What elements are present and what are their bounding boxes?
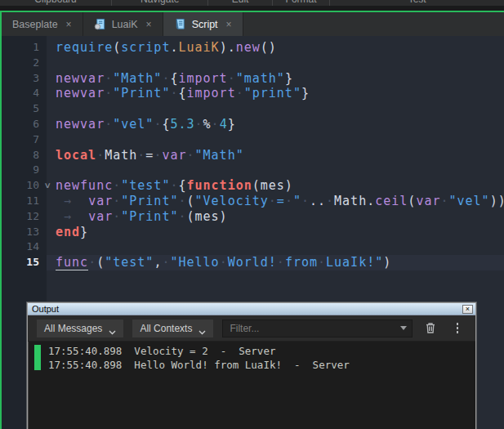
dropdown-all-messages[interactable]: All Messages	[37, 320, 123, 337]
code-line-2: 2	[2, 56, 504, 71]
document-tab-bar: Baseplate×LuaiK×Script×	[2, 12, 504, 36]
code-line-13: 13end}	[2, 225, 504, 240]
line-number: 15	[2, 255, 47, 270]
kebab-menu-icon	[457, 323, 459, 333]
code-text: func·("test",·"Hello·World!·from·LuaIk!"…	[47, 255, 504, 270]
code-line-11: 11 → var·"Print"·("Velocity·=·"·..·Math.…	[2, 194, 504, 209]
code-text: newvar·"Math"·{import·"math"}	[47, 71, 504, 87]
line-number: 6	[2, 117, 47, 132]
line-number: 14	[2, 239, 47, 255]
line-number: 1	[2, 40, 47, 56]
output-options-button[interactable]	[448, 320, 466, 337]
tab-label: LuaiK	[112, 19, 138, 30]
line-number: 8	[2, 148, 47, 163]
dropdown-all-contexts[interactable]: All Contexts	[132, 320, 213, 337]
ribbon-group-label: Test	[330, 0, 504, 5]
filter-input[interactable]	[228, 322, 395, 335]
code-text	[47, 101, 504, 117]
ribbon-group-test: Test	[330, 0, 504, 6]
tab-script[interactable]: Script×	[163, 12, 243, 36]
ribbon-group-edit: Edit	[208, 0, 273, 6]
line-number: 13	[2, 225, 47, 240]
line-number: 5	[2, 101, 47, 117]
line-number: 10∨	[2, 178, 47, 194]
ribbon-group-label: Clipboard	[0, 0, 111, 5]
log-entry: 17:55:40.898 Velocity = 2 - Server	[48, 344, 350, 358]
code-lines: 1require(script.LuaiK).new()23newvar·"Ma…	[2, 40, 504, 270]
tab-label: Baseplate	[12, 19, 58, 30]
code-text: newvar·"Print"·{import·"print"}	[47, 86, 504, 101]
trash-icon	[425, 322, 436, 334]
script-icon	[174, 18, 186, 30]
code-text: → var·"Print"·(mes)	[47, 209, 504, 225]
module-script-icon	[94, 18, 106, 30]
ribbon-group-label: Edit	[208, 0, 272, 5]
code-line-5: 5	[2, 101, 504, 117]
ribbon-group-navigate: Navigate	[112, 0, 208, 6]
tab-close-icon[interactable]: ×	[146, 20, 152, 29]
output-title: Output	[32, 303, 462, 315]
tab-baseplate[interactable]: Baseplate×	[2, 12, 83, 36]
code-line-9: 9	[2, 163, 504, 178]
code-text	[47, 239, 504, 255]
clear-output-button[interactable]	[421, 320, 439, 337]
line-number: 4	[2, 86, 47, 101]
code-line-6: 6newvar·"vel"·{5.3·%·4}	[2, 117, 504, 132]
code-line-10: 10∨newfunc·"test"·{function(mes)	[2, 178, 504, 194]
line-number: 7	[2, 132, 47, 148]
studio-window: ClipboardNavigateEditFormatTest Baseplat…	[0, 0, 504, 429]
output-toolbar: All MessagesAll Contexts	[28, 315, 475, 342]
line-number: 11	[2, 194, 47, 209]
tab-close-icon[interactable]: ×	[66, 20, 72, 29]
tab-label: Script	[192, 19, 218, 30]
code-text: local·Math·=·var·"Math"	[47, 148, 504, 163]
ribbon-group-clipboard: Clipboard	[0, 0, 112, 6]
output-log-area[interactable]: 17:55:40.898 Velocity = 2 - Server17:55:…	[28, 342, 475, 429]
line-number: 2	[2, 56, 47, 71]
code-line-1: 1require(script.LuaiK).new()	[2, 40, 504, 56]
code-text: require(script.LuaiK).new()	[47, 40, 504, 56]
chevron-down-icon	[198, 326, 206, 331]
code-text	[47, 163, 504, 178]
ribbon-group-label: Navigate	[112, 0, 207, 5]
output-titlebar[interactable]: Output ×	[28, 303, 475, 315]
ribbon-group-label: Format	[273, 0, 330, 5]
line-number: 3	[2, 71, 47, 87]
code-text: newfunc·"test"·{function(mes)	[47, 178, 504, 194]
tab-luaik[interactable]: LuaiK×	[83, 12, 163, 36]
code-line-15: 15func·("test",·"Hello·World!·from·LuaIk…	[2, 255, 504, 270]
chevron-down-icon	[109, 326, 116, 331]
fold-chevron-icon[interactable]: ∨	[38, 178, 51, 194]
code-text	[47, 132, 504, 148]
output-filter-box	[222, 320, 413, 337]
tab-close-icon[interactable]: ×	[226, 20, 232, 29]
code-line-8: 8local·Math·=·var·"Math"	[2, 148, 504, 163]
code-line-12: 12 → var·"Print"·(mes)	[2, 209, 504, 225]
output-panel: Output × All MessagesAll Contexts	[27, 302, 476, 429]
ribbon-strip: ClipboardNavigateEditFormatTest	[0, 0, 504, 6]
ribbon-group-format: Format	[273, 0, 331, 6]
code-line-7: 7	[2, 132, 504, 148]
code-text	[47, 56, 504, 71]
log-group-green-bar	[34, 345, 41, 370]
code-text: → var·"Print"·("Velocity·=·"·..·Math.cei…	[47, 194, 504, 209]
code-line-4: 4newvar·"Print"·{import·"print"}	[2, 86, 504, 101]
dropdown-label: All Contexts	[140, 323, 192, 334]
code-line-14: 14	[2, 239, 504, 255]
filter-dropdown-icon[interactable]	[400, 326, 407, 330]
dropdown-label: All Messages	[44, 323, 102, 334]
log-entry: 17:55:40.898 Hello World! from LuaIk! - …	[48, 358, 350, 372]
code-line-3: 3newvar·"Math"·{import·"math"}	[2, 71, 504, 87]
code-text: newvar·"vel"·{5.3·%·4}	[47, 117, 504, 132]
close-icon[interactable]: ×	[462, 305, 473, 314]
line-number: 9	[2, 163, 47, 178]
line-number: 12	[2, 209, 47, 225]
code-text: end}	[47, 225, 504, 240]
log-lines: 17:55:40.898 Velocity = 2 - Server17:55:…	[48, 344, 350, 372]
